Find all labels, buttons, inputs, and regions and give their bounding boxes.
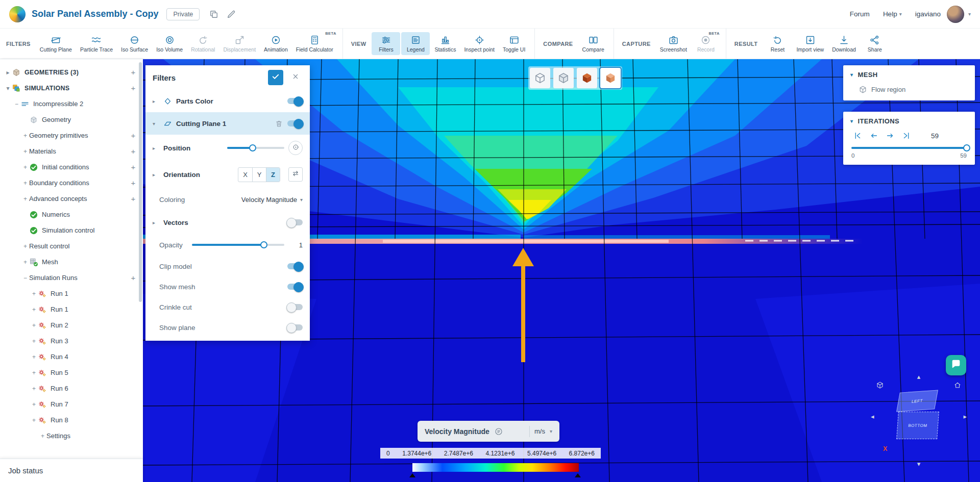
tree-expander-icon[interactable]: + [30, 401, 38, 408]
iterations-panel-header[interactable]: ▾ ITERATIONS [843, 112, 975, 130]
toolbar-button-statistics[interactable]: Statistics [431, 32, 459, 55]
coloring-select[interactable]: Velocity Magnitude ▾ [241, 196, 303, 204]
toolbar-button-animation[interactable]: Animation [260, 32, 291, 55]
tree-chevron-icon[interactable]: ▾ [4, 85, 12, 92]
view-cube-solid-red-button[interactable] [577, 68, 597, 88]
tree-item-run-8[interactable]: +Run 8 [0, 412, 143, 428]
nav-cube-bottom-face[interactable]: BOTTOM [896, 412, 939, 439]
rotate-right-chevron-icon[interactable]: ▸ [963, 413, 967, 420]
cutting-plane-1-row[interactable]: ▾ Cutting Plane 1 [145, 112, 310, 135]
tree-item-result-control[interactable]: +Result control [0, 238, 143, 254]
tree-expander-icon[interactable]: + [21, 243, 29, 250]
tree-expander-icon[interactable]: − [21, 274, 29, 282]
tree-item-run-4[interactable]: +Run 4 [0, 349, 143, 365]
copy-project-icon[interactable] [209, 9, 219, 19]
tree-item-simulation-control[interactable]: Simulation control [0, 222, 143, 238]
tree-add-button[interactable]: + [130, 163, 137, 171]
job-status-bar[interactable]: Job status [0, 459, 143, 482]
toolbar-button-filters[interactable]: Filters [372, 32, 400, 55]
view-cube-shaded-button[interactable] [553, 68, 574, 88]
tree-item-geometry[interactable]: Geometry [0, 112, 143, 128]
isometric-view-icon[interactable] [876, 381, 884, 389]
tree-item-initial-conditions[interactable]: +Initial conditions+ [0, 159, 143, 175]
tree-expander-icon[interactable]: + [30, 369, 38, 376]
tree-expander-icon[interactable]: + [30, 385, 38, 392]
tree-add-button[interactable]: + [130, 273, 137, 282]
help-menu[interactable]: Help▾ [883, 10, 902, 18]
chevron-right-icon[interactable]: ▸ [153, 220, 159, 225]
vectors-row[interactable]: ▸ Vectors [145, 211, 310, 234]
home-view-icon[interactable] [953, 381, 962, 389]
tree-item-boundary-conditions[interactable]: +Boundary conditions+ [0, 175, 143, 191]
tree-item-run-7[interactable]: +Run 7 [0, 396, 143, 412]
clip-model-toggle[interactable] [287, 263, 303, 269]
tree-item-incompressible-2[interactable]: −Incompressible 2 [0, 96, 143, 112]
toolbar-button-rotational[interactable]: Rotational [187, 32, 218, 55]
tree-scrollbar[interactable] [139, 62, 142, 302]
tree-item-run-1[interactable]: +Run 1 [0, 301, 143, 317]
tree-add-button[interactable]: + [130, 131, 137, 140]
tree-item-simulation-runs[interactable]: −Simulation Runs+ [0, 270, 143, 286]
forum-link[interactable]: Forum [850, 10, 870, 18]
toolbar-button-download[interactable]: Download [828, 32, 860, 55]
tree-add-button[interactable]: + [130, 68, 137, 77]
tree-expander-icon[interactable]: + [30, 290, 38, 297]
last-iteration-button[interactable] [901, 131, 912, 141]
tree-add-button[interactable]: + [130, 147, 137, 156]
view-cube-solid-orange-button[interactable] [600, 68, 621, 88]
toolbar-button-legend[interactable]: Legend [401, 32, 430, 55]
toolbar-button-import-view[interactable]: Import view [793, 32, 827, 55]
opacity-slider[interactable] [192, 244, 284, 246]
view-cube-wireframe-button[interactable] [530, 68, 550, 88]
scale-min-marker[interactable] [409, 473, 415, 477]
user-avatar[interactable] [947, 6, 964, 23]
cutting-plane-toggle[interactable] [287, 120, 303, 126]
tree-item-settings[interactable]: +Settings [0, 428, 143, 444]
tree-expander-icon[interactable]: + [30, 417, 38, 424]
parts-color-row[interactable]: ▸ Parts Color [145, 90, 310, 112]
tree-add-button[interactable]: + [130, 194, 137, 203]
tree-item-run-6[interactable]: +Run 6 [0, 380, 143, 396]
field-info-icon[interactable] [494, 427, 503, 436]
tree-expander-icon[interactable]: + [30, 338, 38, 345]
axis-z-button[interactable]: Z [266, 168, 280, 182]
tree-add-button[interactable]: + [130, 179, 137, 187]
rotate-left-chevron-icon[interactable]: ◂ [871, 413, 874, 420]
chevron-right-icon[interactable]: ▸ [153, 172, 159, 177]
color-scale-bar[interactable] [412, 463, 579, 472]
flow-region-item[interactable]: Flow region [843, 83, 975, 100]
chevron-right-icon[interactable]: ▸ [153, 98, 159, 104]
tree-expander-icon[interactable]: + [21, 148, 29, 155]
tree-item-run-5[interactable]: +Run 5 [0, 365, 143, 380]
tree-chevron-icon[interactable]: ▸ [4, 69, 12, 76]
toolbar-button-screenshot[interactable]: Screenshot [656, 32, 691, 55]
result-unit-selector[interactable]: m/s [534, 427, 545, 435]
chevron-right-icon[interactable]: ▸ [153, 145, 159, 151]
tree-item-run-2[interactable]: +Run 2 [0, 317, 143, 333]
tree-item-advanced-concepts[interactable]: +Advanced concepts+ [0, 191, 143, 207]
axis-x-button[interactable]: X [238, 168, 252, 182]
tree-item-simulations[interactable]: ▾SIMULATIONS+ [0, 80, 143, 96]
chevron-down-icon[interactable]: ▾ [550, 428, 552, 434]
nav-cube-side-face[interactable]: LEFT [896, 390, 938, 412]
chat-support-button[interactable] [946, 355, 966, 375]
tree-item-run-1[interactable]: +Run 1 [0, 286, 143, 301]
toolbar-button-compare[interactable]: Compare [579, 32, 608, 55]
iteration-current-value[interactable]: 59 [931, 132, 939, 140]
chevron-down-icon[interactable]: ▾ [153, 121, 159, 126]
tree-expander-icon[interactable]: − [13, 100, 20, 108]
tree-item-geometry-primitives[interactable]: +Geometry primitives+ [0, 128, 143, 143]
tree-expander-icon[interactable]: + [21, 132, 29, 139]
tree-expander-icon[interactable]: + [21, 259, 29, 266]
tree-expander-icon[interactable]: + [30, 322, 38, 329]
position-slider[interactable] [227, 147, 284, 149]
mesh-panel-header[interactable]: ▾ MESH [843, 65, 975, 83]
simscale-logo-icon[interactable] [9, 6, 26, 22]
apply-filters-button[interactable] [268, 70, 283, 85]
toolbar-button-reset[interactable]: Reset [763, 32, 792, 55]
next-iteration-button[interactable] [885, 131, 895, 141]
axis-y-button[interactable]: Y [252, 168, 266, 182]
tree-expander-icon[interactable]: + [21, 180, 29, 187]
toolbar-button-share[interactable]: Share [861, 32, 889, 55]
opacity-value[interactable]: 1 [293, 241, 303, 249]
